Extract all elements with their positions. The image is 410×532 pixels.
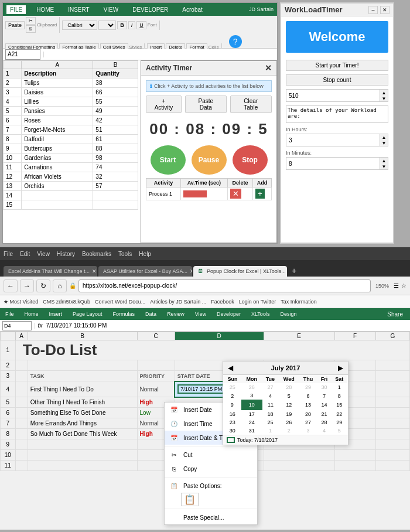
cal-day[interactable]: 28 bbox=[279, 383, 299, 391]
tab-2-close[interactable]: ✕ bbox=[190, 268, 192, 274]
copy-button[interactable]: ⎘ bbox=[26, 25, 36, 33]
add-activity-button[interactable]: + Activity bbox=[146, 96, 182, 113]
workload-510-input[interactable] bbox=[286, 91, 380, 100]
menu-file[interactable]: File bbox=[4, 251, 13, 257]
forward-button[interactable]: → bbox=[20, 279, 34, 292]
italic-button[interactable]: I bbox=[128, 21, 136, 29]
b-col-c-header[interactable]: C bbox=[137, 332, 175, 340]
cal-day[interactable]: 13 bbox=[299, 400, 317, 410]
cell-b4[interactable]: 55 bbox=[93, 97, 138, 107]
pause-timer-button[interactable]: Pause bbox=[192, 145, 227, 175]
url-bar[interactable] bbox=[78, 279, 371, 292]
excel2-tab-developer[interactable]: Developer bbox=[214, 311, 244, 318]
hours-spin-down[interactable]: ▼ bbox=[380, 140, 388, 146]
ctx-cut[interactable]: ✂ Cut bbox=[165, 448, 257, 462]
cut-button[interactable]: ✂ bbox=[26, 17, 36, 25]
font-select[interactable]: Calibri bbox=[62, 21, 97, 30]
calendar-next-button[interactable]: ▶ bbox=[338, 364, 343, 372]
cell-a5[interactable]: Pansies bbox=[22, 107, 93, 116]
cell-a7[interactable]: Forget-Me-Nots bbox=[22, 125, 93, 135]
excel2-tab-pagelayout[interactable]: Page Layout bbox=[70, 311, 105, 318]
bookmark-facebook[interactable]: Facebook bbox=[211, 299, 234, 305]
paste-data-button[interactable]: Paste Data bbox=[185, 96, 227, 113]
bookmark-star-icon[interactable]: ☆ bbox=[401, 282, 406, 289]
cal-day[interactable]: 26 bbox=[242, 383, 262, 391]
minutes-spin-up[interactable]: ▲ bbox=[380, 158, 388, 163]
cell-a6[interactable]: Roses bbox=[22, 116, 93, 125]
cell-a1[interactable]: Description bbox=[22, 69, 93, 79]
cal-day[interactable]: 16 bbox=[223, 410, 242, 418]
refresh-button[interactable]: ↻ bbox=[36, 279, 50, 292]
hours-spin-up[interactable]: ▲ bbox=[380, 134, 388, 140]
cal-day[interactable]: 12 bbox=[279, 400, 299, 410]
menu-tools[interactable]: Tools bbox=[118, 251, 132, 257]
cell-a8[interactable]: Daffodil bbox=[22, 135, 93, 144]
cell-a4[interactable]: Lillies bbox=[22, 97, 93, 107]
cell-a11[interactable]: Carnations bbox=[22, 163, 93, 172]
browser-tab-3[interactable]: 🗓 Popup Clock for Excel | XLTools... ✕ bbox=[193, 266, 287, 277]
workload-details-textarea[interactable]: The details of your Workload are: bbox=[286, 105, 388, 123]
cell-a15[interactable] bbox=[22, 200, 93, 210]
b-col-f-header[interactable]: F bbox=[334, 332, 375, 340]
task-row5[interactable]: Other Thing I Need To Finish bbox=[28, 397, 137, 408]
bookmark-convert-word[interactable]: Convert Word Docu... bbox=[95, 299, 145, 305]
cal-day[interactable]: 29 bbox=[299, 383, 317, 391]
name-box[interactable] bbox=[5, 49, 40, 60]
cell-a10[interactable]: Gardenias bbox=[22, 154, 93, 163]
browser-tab-2[interactable]: ASAP Utilities for Excel - Buy ASA... ✕ bbox=[98, 266, 192, 277]
col-a-header[interactable]: A bbox=[22, 61, 93, 69]
menu-help[interactable]: Help bbox=[139, 251, 151, 257]
excel2-tab-insert[interactable]: Insert bbox=[46, 311, 66, 318]
excel2-tab-formulas[interactable]: Formulas bbox=[110, 311, 138, 318]
cal-day[interactable]: 22 bbox=[332, 410, 347, 418]
cell-b8[interactable]: 61 bbox=[93, 135, 138, 144]
paste-clipboard-icon[interactable]: 📋 bbox=[181, 493, 199, 506]
cell-a9[interactable]: Buttercups bbox=[22, 144, 93, 154]
cal-day[interactable]: 5 bbox=[332, 427, 347, 435]
cal-day[interactable]: 30 bbox=[223, 427, 242, 435]
ribbon-tab-acrobat[interactable]: Acrobat bbox=[179, 5, 206, 14]
cal-day[interactable]: 4 bbox=[262, 391, 279, 400]
workload-minimize-button[interactable]: – bbox=[368, 6, 378, 14]
browser-tab-1[interactable]: Excel Add-Ins That Will Change t... ✕ bbox=[4, 266, 97, 277]
cal-day[interactable]: 1 bbox=[262, 427, 279, 435]
excel2-name-box[interactable] bbox=[2, 321, 32, 330]
cell-b15[interactable] bbox=[93, 200, 138, 210]
font-size-select[interactable]: 11 bbox=[98, 21, 116, 30]
cell-b13[interactable]: 57 bbox=[93, 182, 138, 191]
cell-b12[interactable]: 32 bbox=[93, 172, 138, 182]
cell-b1[interactable]: Quantity bbox=[93, 69, 138, 79]
cal-day[interactable]: 4 bbox=[317, 427, 332, 435]
timer-close-icon[interactable]: ✕ bbox=[265, 63, 272, 73]
cal-day-today[interactable]: 10 bbox=[242, 400, 262, 410]
510-spin-up[interactable]: ▲ bbox=[380, 90, 388, 96]
cal-day[interactable]: 27 bbox=[299, 418, 317, 427]
cell-a12[interactable]: African Violets bbox=[22, 172, 93, 182]
cell-b6[interactable]: 42 bbox=[93, 116, 138, 125]
b-col-e-header[interactable]: E bbox=[264, 332, 334, 340]
b-col-g-header[interactable]: G bbox=[375, 332, 409, 340]
calendar-prev-button[interactable]: ◀ bbox=[228, 364, 233, 372]
delete-activity-button[interactable]: ✕ bbox=[230, 189, 241, 199]
underline-button[interactable]: U bbox=[136, 21, 146, 29]
cell-b14[interactable] bbox=[93, 191, 138, 200]
cell-a14[interactable] bbox=[22, 191, 93, 200]
excel2-tab-data[interactable]: Data bbox=[142, 311, 159, 318]
cal-day[interactable]: 24 bbox=[242, 418, 262, 427]
ribbon-tab-developer[interactable]: DEVELOPER bbox=[129, 5, 172, 14]
510-spin-down[interactable]: ▼ bbox=[380, 96, 388, 101]
clear-table-button[interactable]: Clear Table bbox=[230, 96, 272, 113]
start-timer-wl-button[interactable]: Start your Timer! bbox=[286, 60, 388, 71]
cal-day[interactable]: 8 bbox=[332, 391, 347, 400]
help-button[interactable]: ? bbox=[229, 35, 242, 48]
paste-button[interactable]: Paste bbox=[5, 21, 25, 29]
excel2-tab-view[interactable]: View bbox=[192, 311, 209, 318]
priority-row4[interactable]: Normal bbox=[137, 381, 175, 397]
col-b-header[interactable]: B bbox=[93, 61, 138, 69]
cell-b9[interactable]: 88 bbox=[93, 144, 138, 154]
cal-day[interactable]: 27 bbox=[262, 383, 279, 391]
ribbon-tab-home[interactable]: HOME bbox=[33, 5, 57, 14]
task-row7[interactable]: More Errands And Things bbox=[28, 418, 137, 429]
cell-b1-2[interactable]: To-Do List bbox=[15, 340, 409, 360]
cal-day[interactable]: 7 bbox=[317, 391, 332, 400]
